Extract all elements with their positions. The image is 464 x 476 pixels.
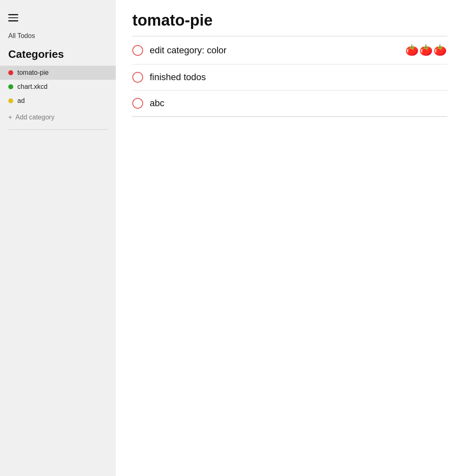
category-label-ad: ad bbox=[17, 97, 25, 105]
sidebar-item-chart-xkcd[interactable]: chart.xkcd bbox=[0, 80, 116, 94]
todo-item: finished todos bbox=[132, 64, 447, 90]
plus-icon: + bbox=[8, 114, 12, 121]
todo-item: abc bbox=[132, 90, 447, 117]
all-todos-link[interactable]: All Todos bbox=[0, 30, 116, 46]
category-dot-tomato-pie bbox=[8, 70, 13, 75]
category-dot-chart-xkcd bbox=[8, 84, 13, 89]
todo-emoji-1: 🍅🍅🍅 bbox=[405, 44, 447, 57]
todo-text-2: finished todos bbox=[150, 72, 441, 83]
add-category-label: Add category bbox=[15, 114, 54, 121]
hamburger-line-2 bbox=[8, 17, 18, 19]
hamburger-button[interactable] bbox=[0, 8, 26, 30]
todo-text-1: edit category: color bbox=[150, 45, 399, 56]
category-dot-ad bbox=[8, 98, 13, 103]
page-title: tomato-pie bbox=[132, 12, 447, 29]
todo-checkbox-3[interactable] bbox=[132, 98, 143, 109]
todo-checkbox-2[interactable] bbox=[132, 72, 143, 83]
sidebar-item-ad[interactable]: ad bbox=[0, 94, 116, 108]
sidebar-divider bbox=[8, 129, 108, 130]
sidebar: All Todos Categories tomato-pie chart.xk… bbox=[0, 0, 116, 476]
todo-text-3: abc bbox=[150, 98, 441, 109]
main-content: tomato-pie edit category: color 🍅🍅🍅 fini… bbox=[116, 0, 464, 476]
add-category-button[interactable]: + Add category bbox=[0, 108, 116, 127]
extra-divider bbox=[132, 117, 447, 117]
todo-list: edit category: color 🍅🍅🍅 finished todos … bbox=[132, 36, 447, 117]
categories-heading: Categories bbox=[0, 46, 116, 66]
todo-checkbox-1[interactable] bbox=[132, 45, 143, 56]
hamburger-line-3 bbox=[8, 20, 18, 21]
todo-item: edit category: color 🍅🍅🍅 bbox=[132, 36, 447, 64]
categories-list: tomato-pie chart.xkcd ad bbox=[0, 66, 116, 108]
sidebar-item-tomato-pie[interactable]: tomato-pie bbox=[0, 66, 116, 80]
category-label-tomato-pie: tomato-pie bbox=[17, 69, 49, 76]
hamburger-line-1 bbox=[8, 14, 18, 15]
category-label-chart-xkcd: chart.xkcd bbox=[17, 83, 48, 90]
